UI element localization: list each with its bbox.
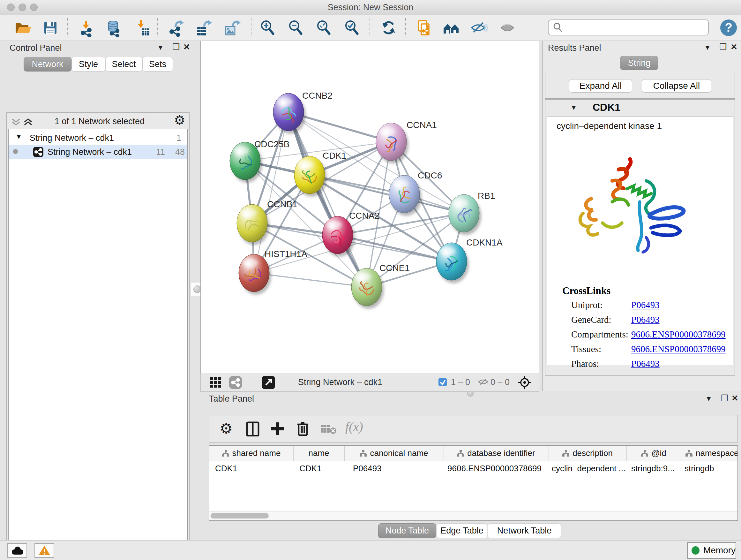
expand-all-networks-icon[interactable] xyxy=(23,117,33,128)
cell-namespace: stringdb xyxy=(684,463,714,474)
close-panel-button[interactable]: ✕ xyxy=(731,393,738,403)
zoom-out-icon xyxy=(286,19,305,37)
grid-view-icon[interactable] xyxy=(210,376,222,390)
memory-button[interactable]: Memory xyxy=(687,542,736,559)
control-panel-title: Control Panel xyxy=(10,43,62,53)
expand-all-button[interactable]: Expand All xyxy=(569,79,632,92)
open-in-window-button[interactable] xyxy=(261,375,275,391)
node-table[interactable]: shared name name canonical name database… xyxy=(209,445,738,521)
toolbar-separator xyxy=(405,18,406,37)
tab-select[interactable]: Select xyxy=(105,57,142,71)
float-panel-button[interactable]: ❒ xyxy=(719,42,727,52)
network-edge[interactable] xyxy=(310,175,464,213)
network-canvas[interactable]: CCNB2CCNA1CDC25BCDK1CDC6RB1CCNB1CCNA2CDK… xyxy=(200,41,539,373)
protein-structure-image xyxy=(563,150,687,260)
birdseye-toggle-icon[interactable] xyxy=(517,375,532,391)
crosslink-link[interactable]: P06493 xyxy=(631,300,660,310)
gene-expander-icon[interactable]: ▼ xyxy=(570,104,577,112)
close-panel-button[interactable]: ✕ xyxy=(183,42,190,52)
network-node-CDC6[interactable]: CDC6 xyxy=(389,171,442,216)
network-node-CCNB2[interactable]: CCNB2 xyxy=(273,91,333,134)
network-node-CCNB1[interactable]: CCNB1 xyxy=(237,199,297,245)
column-header-name[interactable]: name xyxy=(293,446,345,461)
collection-count: 1 xyxy=(177,133,181,143)
network-collection-row[interactable]: ▼ String Network – cdk1 1 xyxy=(9,131,187,145)
table-header-row: shared name name canonical name database… xyxy=(209,446,738,461)
collection-expander-icon[interactable]: ▼ xyxy=(16,133,22,140)
collapse-all-button[interactable]: Collapse All xyxy=(642,79,711,92)
crosslink-link[interactable]: P06493 xyxy=(631,314,660,325)
import-table-button[interactable] xyxy=(133,19,151,37)
zoom-selected-icon xyxy=(343,19,360,37)
column-header-shared-name[interactable]: shared name xyxy=(209,446,293,461)
warnings-button[interactable] xyxy=(35,543,54,558)
tab-string[interactable]: String xyxy=(620,56,658,70)
network-edge[interactable] xyxy=(288,112,367,287)
column-header-database-identifier[interactable]: database identifier xyxy=(444,446,549,461)
collapse-all-networks-icon[interactable] xyxy=(11,117,21,128)
network-node-CDKN1A[interactable]: CDKN1A xyxy=(436,238,502,283)
copy-network-button[interactable] xyxy=(415,19,433,37)
export-table-button[interactable] xyxy=(195,19,212,37)
close-panel-button[interactable]: ✕ xyxy=(731,42,738,52)
node-label-CCNA2: CCNA2 xyxy=(349,211,380,221)
gene-details: cyclin–dependent kinase 1 xyxy=(547,116,733,366)
scrollbar-thumb[interactable] xyxy=(211,513,269,518)
table-options-gear-icon[interactable]: ⚙ xyxy=(219,420,232,437)
tab-network[interactable]: Network xyxy=(23,57,71,71)
column-header-canonical-name[interactable]: canonical name xyxy=(344,446,444,461)
float-panel-button[interactable]: ❒ xyxy=(172,42,180,52)
import-network-button[interactable] xyxy=(78,19,96,37)
collapse-panel-button[interactable]: ▼ xyxy=(157,43,164,52)
float-panel-button[interactable]: ❒ xyxy=(721,393,728,403)
tab-node-table[interactable]: Node Table xyxy=(378,523,436,538)
collapse-panel-button[interactable]: ▼ xyxy=(705,394,712,403)
column-header-description[interactable]: description xyxy=(549,446,627,461)
save-session-button[interactable] xyxy=(42,19,59,37)
network-view-icon[interactable] xyxy=(229,376,242,390)
crosslink-link[interactable]: P06493 xyxy=(631,359,660,369)
help-button[interactable]: ? xyxy=(719,18,738,39)
crosslink-link[interactable]: 9606.ENSP00000378699 xyxy=(631,329,726,340)
import-table-icon xyxy=(133,19,151,37)
zoom-selected-button[interactable] xyxy=(343,19,360,37)
zoom-out-button[interactable] xyxy=(286,19,305,37)
shared-column-icon xyxy=(360,450,367,456)
show-hidden-button[interactable] xyxy=(498,19,516,37)
network-node-CDK1[interactable]: CDK1 xyxy=(294,151,347,197)
network-node-HIST1H1A[interactable]: HIST1H1A xyxy=(239,249,307,295)
crosslink-link[interactable]: 9606.ENSP00000378699 xyxy=(631,344,726,354)
column-header-id[interactable]: @id xyxy=(626,446,681,461)
zoom-fit-button[interactable] xyxy=(315,19,333,37)
network-options-gear-icon[interactable]: ⚙ xyxy=(174,113,185,127)
tab-sets[interactable]: Sets xyxy=(142,57,173,71)
delete-column-icon[interactable] xyxy=(295,421,310,437)
tab-network-table[interactable]: Network Table xyxy=(488,523,561,538)
selected-checkbox-icon[interactable] xyxy=(438,378,447,388)
gene-symbol: CDK1 xyxy=(593,102,620,113)
network-node-RB1[interactable]: RB1 xyxy=(449,191,495,235)
column-header-namespace[interactable]: namespace xyxy=(681,446,738,461)
show-columns-icon[interactable] xyxy=(245,421,260,438)
search-input[interactable] xyxy=(566,22,708,33)
apply-layout-button[interactable] xyxy=(380,19,398,37)
open-session-button[interactable] xyxy=(13,19,31,37)
import-network-icon xyxy=(78,19,96,37)
crosslinks-heading: CrossLinks xyxy=(562,285,610,297)
create-column-icon[interactable] xyxy=(270,421,285,438)
network-node-CCNE1[interactable]: CCNE1 xyxy=(351,263,410,309)
cloud-status-button[interactable] xyxy=(7,543,27,558)
title-bar: Session: New Session xyxy=(0,0,741,15)
show-all-networks-button[interactable] xyxy=(442,19,460,37)
collapse-panel-button[interactable]: ▼ xyxy=(704,43,711,52)
tab-style[interactable]: Style xyxy=(71,57,105,71)
export-image-button[interactable] xyxy=(223,19,241,37)
search-field[interactable] xyxy=(548,19,709,36)
export-network-button[interactable] xyxy=(167,19,185,37)
tab-edge-table[interactable]: Edge Table xyxy=(436,523,487,538)
table-horizontal-scrollbar[interactable] xyxy=(209,511,738,520)
network-row[interactable]: String Network – cdk1 11 48 xyxy=(9,145,187,159)
hide-selected-button[interactable] xyxy=(470,19,488,37)
import-network-from-database-button[interactable] xyxy=(105,19,123,37)
zoom-in-button[interactable] xyxy=(259,19,276,37)
